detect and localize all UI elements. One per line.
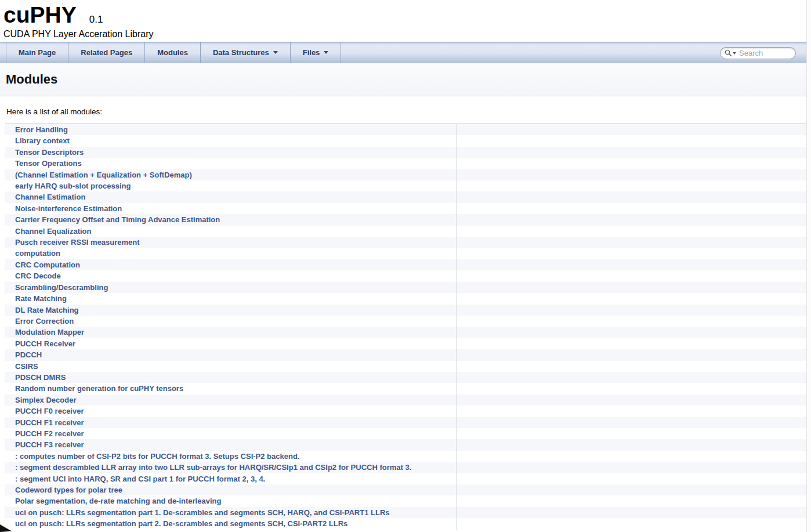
module-row: PUCCH F3 receiver (5, 439, 806, 450)
module-link[interactable]: early HARQ sub-slot processing (15, 182, 131, 190)
module-link[interactable]: Error Handling (15, 125, 68, 134)
module-desc-cell (456, 214, 806, 225)
module-link[interactable]: CRC Computation (15, 260, 80, 269)
tab-files[interactable]: Files (291, 42, 342, 63)
module-row: DL Rate Matching (5, 305, 806, 316)
module-link[interactable]: Library context (15, 136, 70, 145)
search-options-arrow-icon[interactable] (733, 52, 736, 55)
module-row: PUCCH Receiver (5, 338, 806, 349)
module-link[interactable]: Channel Equalization (15, 227, 91, 236)
module-link[interactable]: Tensor Descriptors (15, 148, 84, 157)
module-link[interactable]: PUCCH F2 receiver (15, 429, 84, 438)
module-desc-cell (456, 406, 806, 417)
module-desc-cell (456, 203, 806, 214)
module-desc-cell (456, 383, 806, 394)
module-row: Channel Equalization (5, 226, 806, 237)
module-link[interactable]: Noise-interference Estimation (15, 204, 122, 213)
module-row: Tensor Operations (5, 158, 806, 169)
module-row: Tensor Descriptors (5, 147, 806, 158)
module-link[interactable]: PUCCH F0 receiver (15, 407, 84, 415)
module-entry-cell: Channel Equalization (5, 226, 456, 237)
module-desc-cell (456, 473, 806, 484)
module-desc-cell (456, 226, 806, 237)
tab-main-page[interactable]: Main Page (6, 42, 68, 63)
tab-related-pages[interactable]: Related Pages (68, 42, 145, 63)
module-row: : segment descrambled LLR array into two… (5, 462, 806, 473)
scrollbar[interactable] (806, 0, 811, 532)
module-link[interactable]: PUCCH F3 receiver (15, 440, 84, 449)
module-entry-cell: Rate Matching (5, 293, 456, 304)
module-entry-cell: PUCCH F3 receiver (5, 439, 456, 450)
module-link[interactable]: Channel Estimation (15, 193, 85, 201)
module-link[interactable]: uci on pusch: LLRs segmentation part 2. … (15, 519, 347, 528)
module-row: : segment UCI into HARQ, SR and CSI part… (5, 473, 806, 484)
module-link[interactable]: uci on pusch: LLRs segmentation part 1. … (15, 508, 390, 517)
module-link[interactable]: : segment UCI into HARQ, SR and CSI part… (15, 475, 265, 483)
module-entry-cell: uci on pusch: LLRs segmentation part 2. … (5, 518, 456, 529)
module-link[interactable]: (Channel Estimation + Equalization + Sof… (15, 171, 192, 179)
module-link[interactable]: PUCCH F1 receiver (15, 418, 84, 427)
module-link[interactable]: Rate Matching (15, 294, 67, 303)
module-desc-cell (456, 248, 806, 259)
module-row: Noise-interference Estimation (5, 203, 806, 214)
module-link[interactable]: Random number generation for cuPHY tenso… (15, 384, 183, 393)
module-link[interactable]: Codeword types for polar tree (15, 486, 122, 494)
module-row: uci on pusch: LLRs segmentation part 1. … (5, 507, 806, 518)
module-entry-cell: : segment descrambled LLR array into two… (5, 462, 456, 473)
module-link[interactable]: PDSCH DMRS (15, 373, 66, 382)
module-desc-cell (456, 372, 806, 383)
search-box[interactable] (720, 47, 796, 59)
module-entry-cell: early HARQ sub-slot processing (5, 180, 456, 191)
module-link[interactable]: Error Correction (15, 317, 74, 325)
module-link[interactable]: Modulation Mapper (15, 328, 84, 336)
module-desc-cell (456, 191, 806, 202)
module-entry-cell: Carrier Frequency Offset and Timing Adva… (5, 214, 456, 225)
module-row: early HARQ sub-slot processing (5, 180, 806, 191)
module-entry-cell: uci on pusch: LLRs segmentation part 1. … (5, 507, 456, 518)
tab-modules[interactable]: Modules (145, 42, 201, 63)
tab-label: Related Pages (81, 48, 132, 57)
module-row: PUCCH F2 receiver (5, 428, 806, 439)
chevron-down-icon (324, 51, 328, 54)
modules-table: Error HandlingLibrary contextTensor Desc… (5, 124, 806, 530)
module-entry-cell: PUCCH F2 receiver (5, 428, 456, 439)
module-entry-cell: Polar segmentation, de-rate matching and… (5, 495, 456, 506)
module-link[interactable]: : computes number of CSI-P2 bits for PUC… (15, 452, 299, 461)
module-link[interactable]: DL Rate Matching (15, 306, 79, 314)
title-area: cuPHY0.1 CUDA PHY Layer Acceration Libra… (0, 0, 811, 42)
module-link[interactable]: Scrambling/Descrambling (15, 283, 108, 292)
module-desc-cell (456, 282, 806, 293)
module-entry-cell: DL Rate Matching (5, 305, 456, 316)
module-row: Rate Matching (5, 293, 806, 304)
module-desc-cell (456, 259, 806, 270)
module-entry-cell: CSIRS (5, 361, 456, 372)
module-link[interactable]: CRC Decode (15, 272, 61, 280)
module-entry-cell: PUCCH F0 receiver (5, 406, 456, 417)
module-entry-cell: computation (5, 248, 456, 259)
module-link[interactable]: computation (15, 249, 60, 258)
module-row: Simplex Decoder (5, 395, 806, 406)
module-desc-cell (456, 495, 806, 506)
module-desc-cell (456, 327, 806, 338)
module-link[interactable]: Carrier Frequency Offset and Timing Adva… (15, 215, 220, 224)
module-desc-cell (456, 417, 806, 428)
module-link[interactable]: Simplex Decoder (15, 396, 77, 404)
module-row: Random number generation for cuPHY tenso… (5, 383, 806, 394)
module-desc-cell (456, 428, 806, 439)
module-entry-cell: Simplex Decoder (5, 395, 456, 406)
module-link[interactable]: PUCCH Receiver (15, 339, 75, 348)
module-desc-cell (456, 158, 806, 169)
search-input[interactable] (739, 49, 792, 57)
module-link[interactable]: Pusch receiver RSSI measurement (15, 238, 140, 247)
nav-tabs: Main PageRelated PagesModulesData Struct… (0, 42, 811, 63)
module-entry-cell: Modulation Mapper (5, 327, 456, 338)
module-link[interactable]: Polar segmentation, de-rate matching and… (15, 497, 221, 505)
module-link[interactable]: : segment descrambled LLR array into two… (15, 463, 411, 472)
module-link[interactable]: Tensor Operations (15, 159, 82, 168)
module-entry-cell: Channel Estimation (5, 191, 456, 202)
tab-data-structures[interactable]: Data Structures (201, 42, 291, 63)
module-link[interactable]: CSIRS (15, 362, 38, 371)
module-entry-cell: (Channel Estimation + Equalization + Sof… (5, 169, 456, 180)
nav-bar: Main PageRelated PagesModulesData Struct… (0, 42, 811, 63)
module-link[interactable]: PDCCH (15, 350, 42, 359)
